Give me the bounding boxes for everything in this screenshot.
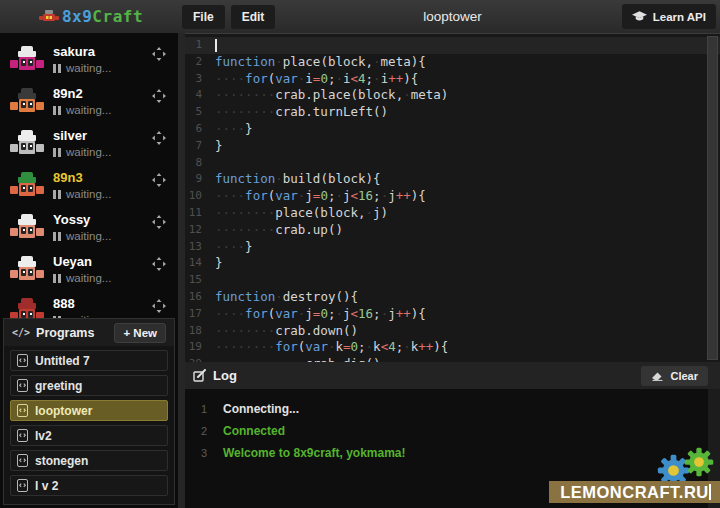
file-code-icon — [17, 429, 28, 442]
player-status: waiting... — [53, 146, 111, 158]
code-line[interactable]: 3····for(var·i=0;·i<4;·i++){ — [185, 71, 720, 88]
editor-scrollbar[interactable] — [707, 36, 718, 360]
gear-icon — [684, 447, 714, 477]
code-line[interactable]: 13····} — [185, 239, 720, 256]
code-line[interactable]: 15 — [185, 272, 720, 289]
code-line[interactable]: 1 — [185, 37, 720, 54]
player-status: waiting... — [53, 62, 111, 74]
program-item[interactable]: looptower — [10, 400, 168, 421]
pause-icon — [53, 274, 61, 283]
code-line[interactable]: 14} — [185, 255, 720, 272]
menu-edit-button[interactable]: Edit — [231, 5, 276, 29]
line-number: 19 — [185, 339, 215, 356]
program-name: Untitled 7 — [35, 354, 90, 368]
program-item[interactable]: stonegen — [10, 450, 168, 471]
new-program-button[interactable]: + New — [114, 323, 166, 343]
program-item[interactable]: Untitled 7 — [10, 350, 168, 371]
move-icon[interactable] — [152, 215, 166, 229]
code-line[interactable]: 5········crab.turnLeft() — [185, 104, 720, 121]
learn-api-button[interactable]: Learn API — [622, 4, 716, 29]
log-line-number: 1 — [185, 398, 223, 420]
code-line[interactable]: 18········crab.down() — [185, 323, 720, 340]
program-item[interactable]: greeting — [10, 375, 168, 396]
edit-icon — [193, 369, 206, 382]
programs-header: </> Programs + New — [4, 319, 174, 346]
move-icon[interactable] — [152, 131, 166, 145]
log-title: Log — [213, 368, 237, 383]
player-name: sakura — [53, 44, 111, 59]
code-text: } — [215, 138, 223, 155]
player-info: 89n2 waiting... — [53, 86, 111, 116]
program-name: lv2 — [35, 429, 52, 443]
code-line[interactable]: 19········for(var·k=0;·k<4;·k++){ — [185, 339, 720, 356]
code-line[interactable]: 17····for(var·j=0;·j<16;·j++){ — [185, 306, 720, 323]
code-line[interactable]: 12········crab.up() — [185, 222, 720, 239]
code-line[interactable]: 4········crab.place(block,·meta) — [185, 87, 720, 104]
clear-log-button[interactable]: Clear — [641, 366, 708, 386]
code-line[interactable]: 7} — [185, 138, 720, 155]
pause-icon — [53, 190, 61, 199]
programs-title: Programs — [36, 326, 94, 340]
file-code-icon — [17, 379, 28, 392]
player-row[interactable]: 89n2 waiting... — [0, 80, 178, 122]
player-status-text: waiting... — [66, 272, 111, 284]
pause-icon — [53, 232, 61, 241]
move-icon[interactable] — [152, 257, 166, 271]
text-cursor — [215, 39, 217, 52]
player-row[interactable]: sakura waiting... — [0, 38, 178, 80]
program-item[interactable]: lv2 — [10, 425, 168, 446]
code-editor[interactable]: 12function·place(block,·meta){3····for(v… — [185, 33, 720, 362]
log-message: Welcome to 8x9craft, yokmama! — [223, 442, 406, 464]
line-number: 15 — [185, 272, 215, 289]
code-line[interactable]: 8 — [185, 155, 720, 172]
player-row[interactable]: silver waiting... — [0, 122, 178, 164]
file-code-icon — [17, 404, 28, 417]
log-message: Connecting... — [223, 398, 299, 420]
line-number: 4 — [185, 87, 215, 104]
move-icon[interactable] — [152, 47, 166, 61]
line-number: 8 — [185, 155, 215, 172]
player-name: Yossy — [53, 212, 111, 227]
line-number: 2 — [185, 54, 215, 71]
player-row[interactable]: Ueyan waiting... — [0, 248, 178, 290]
code-text: ····for(var·j=0;·j<16;·j++){ — [215, 306, 426, 323]
program-item[interactable]: l v 2 — [10, 475, 168, 496]
graduation-cap-icon — [632, 11, 647, 22]
player-row[interactable]: Yossy waiting... — [0, 206, 178, 248]
code-line[interactable]: 9function·build(block){ — [185, 171, 720, 188]
code-line[interactable]: 11········place(block,·j) — [185, 205, 720, 222]
player-row[interactable]: 89n3 waiting... — [0, 164, 178, 206]
code-text: ········crab.down() — [215, 323, 358, 340]
code-line[interactable]: 6····} — [185, 121, 720, 138]
player-status-text: waiting... — [66, 104, 111, 116]
log-entry: 1 Connecting... — [185, 398, 720, 420]
pause-icon — [53, 148, 61, 157]
watermark-cursor — [709, 484, 711, 500]
line-number: 17 — [185, 306, 215, 323]
move-icon[interactable] — [152, 89, 166, 103]
move-icon[interactable] — [152, 173, 166, 187]
player-name: 888 — [53, 296, 111, 311]
player-info: silver waiting... — [53, 128, 111, 158]
move-icon[interactable] — [152, 299, 166, 313]
player-name: 89n3 — [53, 170, 111, 185]
menu-file-button[interactable]: File — [182, 5, 225, 29]
player-avatar-icon — [10, 298, 44, 319]
code-line[interactable]: 16function·destroy(){ — [185, 289, 720, 306]
top-bar: 8x9Craft FileEdit looptower Learn API — [0, 0, 720, 33]
log-entries: 1 Connecting... 2 Connected 3 Welcome to… — [185, 389, 720, 464]
line-number: 5 — [185, 104, 215, 121]
sidebar: sakura waiting... 89n2 waiting... — [0, 33, 178, 508]
code-text: ········place(block,·j) — [215, 205, 388, 222]
player-name: silver — [53, 128, 111, 143]
watermark-bar: LEMONCRAFT.RU — [549, 481, 720, 503]
player-info: 89n3 waiting... — [53, 170, 111, 200]
player-avatar-icon — [10, 214, 44, 241]
player-row[interactable]: 888 waiting... — [0, 290, 178, 318]
player-avatar-icon — [10, 130, 44, 157]
code-line[interactable]: 10····for(var·j=0;·j<16;·j++){ — [185, 188, 720, 205]
log-line-number: 3 — [185, 442, 223, 464]
code-line[interactable]: 2function·place(block,·meta){ — [185, 54, 720, 71]
code-text: ····for(var·j=0;·j<16;·j++){ — [215, 188, 426, 205]
player-info: 888 waiting... — [53, 296, 111, 318]
